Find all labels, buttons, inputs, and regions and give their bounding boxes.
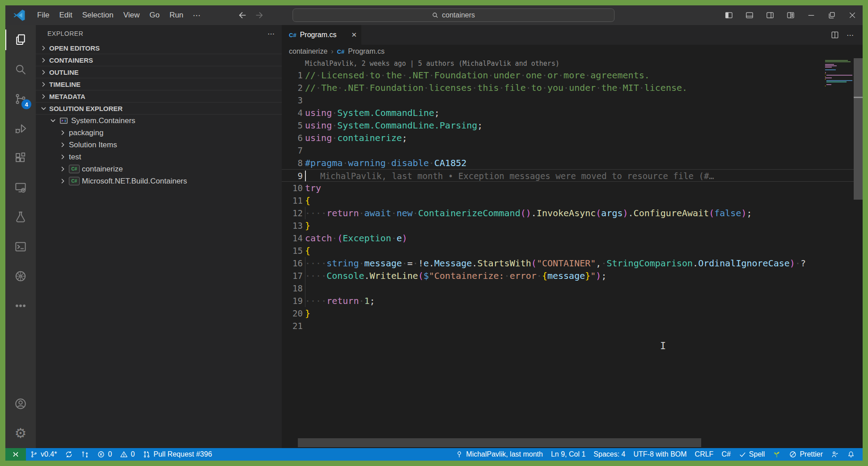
activity-search-button[interactable] — [5, 55, 36, 84]
notifications[interactable] — [843, 448, 859, 461]
code-line[interactable]: 20} — [282, 307, 863, 320]
close-icon[interactable] — [842, 5, 863, 25]
code-line[interactable]: 8#pragma·warning·disable·CA1852 — [282, 157, 863, 169]
activity-accounts-button[interactable] — [5, 389, 36, 419]
menu-item-go[interactable]: Go — [144, 9, 165, 21]
section-open-editors[interactable]: OPEN EDITORS — [36, 42, 282, 54]
breadcrumb-folder[interactable]: containerize — [289, 47, 327, 56]
sync-status[interactable] — [61, 448, 77, 461]
menu-more-button[interactable]: ⋯ — [188, 11, 206, 20]
code-line[interactable]: 1//·Licensed·to·the·.NET·Foundation·unde… — [282, 69, 863, 81]
section-timeline[interactable]: TIMELINE — [36, 78, 282, 90]
tree-item-solution-items[interactable]: Solution Items — [36, 139, 282, 151]
layout-sidebar-right-icon[interactable] — [760, 5, 780, 25]
code-line[interactable]: 3 — [282, 94, 863, 107]
more-actions-icon[interactable]: ⋯ — [847, 31, 855, 39]
code-line[interactable]: 16····string·message·=·!e.Message.Starts… — [282, 257, 863, 269]
activity-settings-button[interactable]: ⚙ — [5, 419, 36, 448]
errors-status[interactable]: 0 — [93, 448, 116, 461]
pull-request-status[interactable]: Pull Request #396 — [139, 448, 216, 461]
codelens-authors[interactable]: MichalPavlik, 2 weeks ago | 5 authors (M… — [282, 58, 863, 69]
section-metadata[interactable]: METADATA — [36, 90, 282, 103]
activity-explorer-button[interactable] — [5, 25, 36, 55]
code-line[interactable]: 15{ — [282, 244, 863, 257]
spell-checker[interactable]: Spell — [735, 448, 769, 461]
code-line[interactable]: 18 — [282, 282, 863, 295]
section-containers[interactable]: CONTAINERS — [36, 54, 282, 66]
activity-more-button[interactable] — [5, 291, 36, 321]
section-outline[interactable]: OUTLINE — [36, 66, 282, 78]
code-line[interactable]: 21 — [282, 320, 863, 332]
tree-item-packaging[interactable]: packaging — [36, 127, 282, 139]
branch-status[interactable]: v0.4* — [26, 448, 61, 461]
code-line[interactable]: 10try — [282, 182, 863, 194]
blame-status[interactable]: MichalPavlik, last month — [451, 448, 547, 461]
cursor-position[interactable]: Ln 9, Col 1 — [547, 448, 589, 461]
minimize-icon[interactable] — [801, 5, 821, 25]
menu-item-file[interactable]: File — [32, 9, 54, 21]
remote-indicator[interactable] — [5, 448, 26, 461]
sprout-status[interactable] — [769, 448, 785, 461]
back-button[interactable] — [238, 10, 248, 20]
code-line[interactable]: 12····return·await·new·ContainerizeComma… — [282, 207, 863, 219]
activity-source-control-button[interactable]: 4 — [5, 84, 36, 114]
tree-item-system-containers[interactable]: System.Containers — [36, 115, 282, 127]
split-editor-icon[interactable] — [830, 30, 839, 39]
feedback[interactable] — [827, 448, 843, 461]
restore-icon[interactable] — [821, 5, 842, 25]
activity-testing-button[interactable] — [5, 202, 36, 232]
vertical-scrollbar-thumb[interactable] — [854, 58, 863, 200]
code-line[interactable]: 17····Console.WriteLine($"Containerize:·… — [282, 269, 863, 282]
activity-extensions-button[interactable] — [5, 143, 36, 173]
mouse-ibeam-cursor: I — [660, 340, 666, 351]
code-line[interactable]: 2//·The·.NET·Foundation·licenses·this·fi… — [282, 81, 863, 94]
menu-item-run[interactable]: Run — [165, 9, 188, 21]
code-line[interactable]: 5using·System.CommandLine.Parsing; — [282, 119, 863, 132]
tree-item-test[interactable]: test — [36, 151, 282, 163]
encoding[interactable]: UTF-8 with BOM — [629, 448, 690, 461]
compare-status[interactable] — [77, 448, 93, 461]
prettier-status[interactable]: Prettier — [785, 448, 827, 461]
line-text: { — [303, 244, 310, 257]
code-line[interactable]: 6using·containerize; — [282, 132, 863, 144]
code-line[interactable]: 14catch·(Exception·e) — [282, 232, 863, 244]
menu-item-edit[interactable]: Edit — [54, 9, 77, 21]
code-editor[interactable]: MichalPavlik, 2 weeks ago | 5 authors (M… — [282, 58, 863, 448]
tree-item-containerize[interactable]: C#containerize — [36, 163, 282, 175]
code-line[interactable]: 9MichalPavlik, last month • Exception me… — [282, 169, 863, 182]
tab-close-icon[interactable]: ✕ — [351, 31, 357, 39]
sidebar-more-button[interactable]: ⋯ — [267, 30, 275, 38]
language-mode[interactable]: C# — [717, 448, 734, 461]
activity-remote-explorer-button[interactable] — [5, 173, 36, 202]
code-line[interactable]: 19····return·1; — [282, 295, 863, 307]
code-line[interactable]: 11{ — [282, 194, 863, 207]
activity-terminal-button[interactable] — [5, 232, 36, 261]
layout-panel-icon[interactable] — [739, 5, 760, 25]
horizontal-scrollbar-thumb[interactable] — [298, 438, 701, 447]
menu-item-view[interactable]: View — [119, 9, 145, 21]
layout-sidebar-left-icon[interactable] — [719, 5, 739, 25]
menu-bar: FileEditSelectionViewGoRun — [32, 9, 188, 21]
breadcrumb[interactable]: containerize › C# Program.cs — [282, 45, 863, 58]
code-line[interactable]: 13} — [282, 219, 863, 232]
menu-item-selection[interactable]: Selection — [77, 9, 119, 21]
pr-icon — [143, 450, 151, 458]
code-line[interactable]: 7 — [282, 144, 863, 157]
forward-button[interactable] — [254, 10, 264, 20]
warnings-status[interactable]: 0 — [116, 448, 139, 461]
activity-run-debug-button[interactable] — [5, 114, 36, 143]
azure-icon — [14, 269, 27, 283]
activity-azure-button[interactable] — [5, 261, 36, 291]
code-line[interactable]: 4using·System.CommandLine; — [282, 107, 863, 119]
indentation[interactable]: Spaces: 4 — [589, 448, 629, 461]
command-center-search[interactable]: containers — [292, 9, 614, 22]
line-number: 3 — [282, 94, 303, 107]
minimap[interactable] — [825, 60, 853, 88]
vertical-scrollbar[interactable] — [854, 58, 863, 448]
breadcrumb-file[interactable]: Program.cs — [348, 47, 385, 56]
layout-customize-icon[interactable] — [780, 5, 801, 25]
section-solution-explorer[interactable]: SOLUTION EXPLORER — [36, 103, 282, 115]
tree-item-microsoft-net-build-containers[interactable]: C#Microsoft.NET.Build.Containers — [36, 175, 282, 187]
tab-program-cs[interactable]: C# Program.cs ✕ — [282, 25, 361, 45]
eol[interactable]: CRLF — [691, 448, 718, 461]
